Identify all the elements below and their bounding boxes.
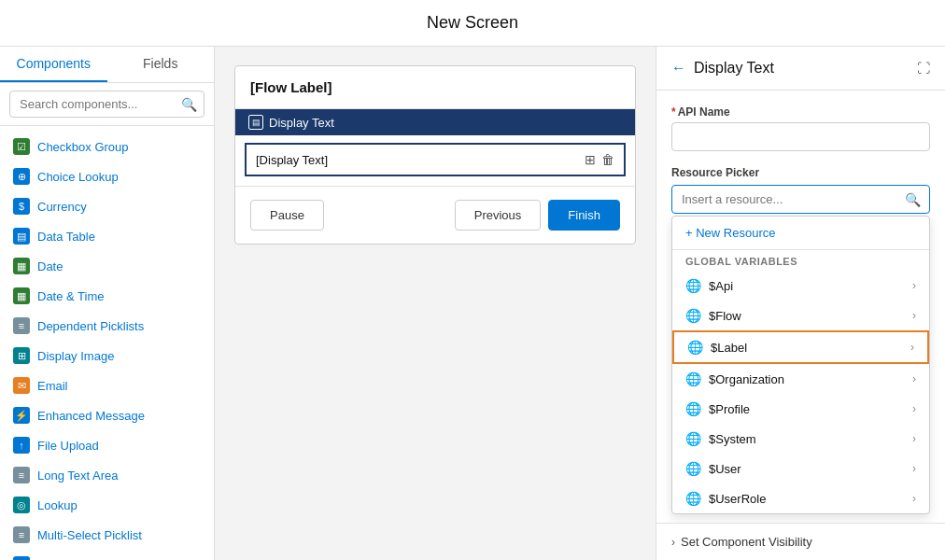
screen-buttons: Pause Previous Finish [235, 186, 635, 244]
sidebar-item-date[interactable]: ▦ Date [0, 251, 214, 281]
globe-icon-profile: 🌐 [685, 401, 701, 416]
sidebar-item-date-time[interactable]: ▦ Date & Time [0, 281, 214, 311]
dropdown-item-profile-left: 🌐 $Profile [685, 401, 750, 416]
checkbox-group-icon: ☑ [13, 138, 30, 155]
data-table-icon: ▤ [13, 228, 30, 245]
right-panel: ← Display Text ⛶ *API Name Resource Pick… [656, 47, 945, 560]
dropdown-item-label[interactable]: 🌐 $Label › [672, 330, 929, 364]
sidebar-item-currency[interactable]: $ Currency [0, 191, 214, 221]
component-bar-label: Display Text [269, 116, 334, 130]
tab-components[interactable]: Components [0, 47, 107, 82]
app-container: New Screen Components Fields 🔍 ☑ Checkbo… [0, 0, 945, 560]
dropdown-item-api[interactable]: 🌐 $Api › [672, 271, 929, 301]
choice-lookup-icon: ⊕ [13, 168, 30, 185]
dropdown-label-userrole: $UserRole [709, 492, 766, 506]
sidebar-item-choice-lookup[interactable]: ⊕ Choice Lookup [0, 161, 214, 191]
back-arrow-icon[interactable]: ← [671, 60, 686, 77]
file-upload-icon: ↑ [13, 437, 30, 454]
pause-button[interactable]: Pause [250, 200, 324, 231]
sidebar-item-label: Data Table [37, 230, 95, 244]
dropdown-item-organization[interactable]: 🌐 $Organization › [672, 364, 929, 394]
dropdown-item-api-left: 🌐 $Api [685, 278, 733, 293]
flow-label: [Flow Label] [235, 66, 635, 109]
set-visibility[interactable]: › Set Component Visibility [671, 535, 930, 549]
dropdown-item-flow-left: 🌐 $Flow [685, 308, 741, 323]
search-icon: 🔍 [181, 97, 197, 112]
sidebar-item-label: Multi-Select Picklist [37, 528, 142, 542]
sidebar-item-long-text-area[interactable]: ≡ Long Text Area [0, 460, 214, 490]
sidebar-item-name[interactable]: A Name [0, 550, 214, 560]
enhanced-message-icon: ⚡ [13, 407, 30, 424]
dropdown-item-label-left: 🌐 $Label [687, 340, 747, 355]
sidebar-item-label: Choice Lookup [37, 170, 119, 184]
chevron-right-icon-label: › [910, 341, 914, 354]
resource-search-wrap: 🔍 [671, 185, 930, 214]
finish-button[interactable]: Finish [548, 200, 620, 231]
sidebar-item-label: Currency [37, 200, 87, 214]
sidebar-item-label: Email [37, 379, 68, 393]
currency-icon: $ [13, 198, 30, 215]
tab-fields[interactable]: Fields [107, 47, 215, 82]
date-icon: ▦ [13, 258, 30, 274]
resource-search-icon: 🔍 [905, 192, 921, 207]
sidebar: Components Fields 🔍 ☑ Checkbox Group ⊕ C… [0, 47, 215, 560]
dropdown-item-system-left: 🌐 $System [685, 431, 756, 446]
expand-icon[interactable]: ⛶ [917, 61, 930, 76]
required-indicator: * [671, 105, 676, 119]
dropdown-item-organization-left: 🌐 $Organization [685, 371, 784, 386]
display-text-row[interactable]: [Display Text] ⊞ 🗑 [245, 143, 626, 176]
sidebar-item-label: Long Text Area [37, 469, 119, 483]
sidebar-item-label: Enhanced Message [37, 409, 145, 423]
resource-search-input[interactable] [671, 185, 930, 214]
api-name-label: *API Name [671, 105, 930, 119]
dropdown-item-user-left: 🌐 $User [685, 461, 741, 476]
move-icon[interactable]: ⊞ [585, 152, 596, 167]
dropdown-item-profile[interactable]: 🌐 $Profile › [672, 394, 929, 424]
dropdown-label-api: $Api [709, 279, 733, 293]
global-variables-label: Global Variables [672, 250, 929, 271]
sidebar-item-file-upload[interactable]: ↑ File Upload [0, 430, 214, 460]
main-layout: Components Fields 🔍 ☑ Checkbox Group ⊕ C… [0, 47, 945, 560]
display-image-icon: ⊞ [13, 347, 30, 364]
set-visibility-chevron-icon: › [671, 536, 675, 549]
globe-icon-userrole: 🌐 [685, 491, 701, 506]
dropdown-item-userrole[interactable]: 🌐 $UserRole › [672, 483, 929, 513]
nav-buttons: Previous Finish [455, 200, 620, 231]
new-resource-item[interactable]: + New Resource [672, 217, 929, 250]
globe-icon-flow: 🌐 [685, 308, 701, 323]
sidebar-item-label: Dependent Picklists [37, 319, 144, 333]
sidebar-item-data-table[interactable]: ▤ Data Table [0, 221, 214, 251]
sidebar-item-email[interactable]: ✉ Email [0, 371, 214, 400]
sidebar-item-label: Lookup [37, 498, 78, 512]
globe-icon-label: 🌐 [687, 340, 703, 355]
globe-icon-organization: 🌐 [685, 371, 701, 386]
dropdown-item-flow[interactable]: 🌐 $Flow › [672, 301, 929, 330]
display-text-actions: ⊞ 🗑 [585, 152, 614, 167]
dropdown-item-system[interactable]: 🌐 $System › [672, 424, 929, 454]
sidebar-item-display-image[interactable]: ⊞ Display Image [0, 341, 214, 371]
globe-icon-api: 🌐 [685, 278, 701, 293]
name-icon: A [13, 556, 30, 560]
multi-select-picklist-icon: ≡ [13, 526, 30, 543]
page-header: New Screen [0, 0, 945, 47]
set-visibility-label: Set Component Visibility [681, 535, 812, 549]
api-name-field: *API Name [671, 105, 930, 151]
api-name-input[interactable] [671, 122, 930, 151]
dropdown-item-user[interactable]: 🌐 $User › [672, 454, 929, 483]
sidebar-item-checkbox-group[interactable]: ☑ Checkbox Group [0, 132, 214, 161]
previous-button[interactable]: Previous [455, 200, 542, 231]
sidebar-item-dependent-picklists[interactable]: ≡ Dependent Picklists [0, 311, 214, 341]
sidebar-item-lookup[interactable]: ◎ Lookup [0, 490, 214, 520]
sidebar-item-label: File Upload [37, 439, 99, 453]
delete-icon[interactable]: 🗑 [601, 152, 614, 167]
dropdown-label-user: $User [709, 462, 741, 476]
sidebar-item-enhanced-message[interactable]: ⚡ Enhanced Message [0, 400, 214, 430]
chevron-right-icon-flow: › [912, 309, 916, 322]
sidebar-list: ☑ Checkbox Group ⊕ Choice Lookup $ Curre… [0, 126, 214, 560]
sidebar-item-multi-select-picklist[interactable]: ≡ Multi-Select Picklist [0, 520, 214, 550]
dropdown-label-system: $System [709, 432, 756, 446]
search-input[interactable] [9, 91, 205, 118]
display-text-value: [Display Text] [256, 153, 328, 167]
chevron-right-icon-user: › [912, 462, 916, 475]
long-text-area-icon: ≡ [13, 467, 30, 483]
